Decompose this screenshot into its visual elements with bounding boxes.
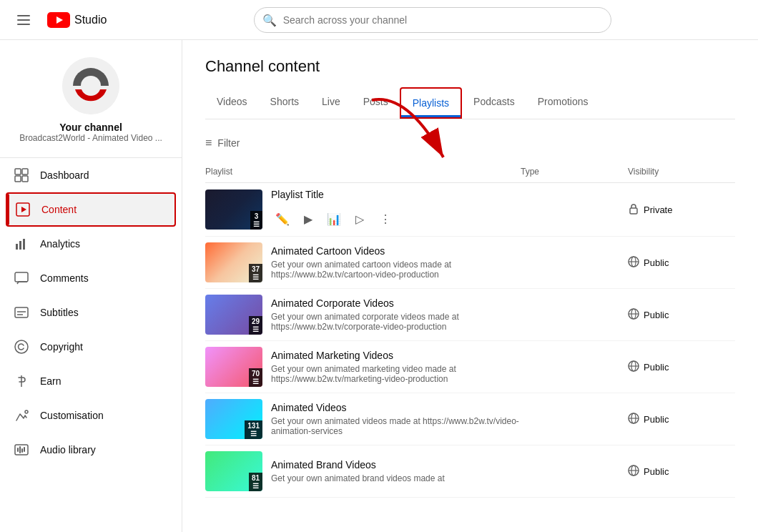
- sidebar-item-dashboard[interactable]: Dashboard: [0, 158, 182, 192]
- playlist-info: Animated Cartoon Videos Get your own ani…: [271, 245, 521, 280]
- svg-rect-6: [15, 176, 21, 182]
- copyright-icon: [14, 340, 29, 354]
- svg-rect-5: [22, 169, 28, 174]
- svg-rect-7: [22, 176, 28, 182]
- playlist-thumb: 29 ☰ Animated Corporate Videos Get your …: [205, 295, 521, 335]
- playlist-list: 3 ☰ Playlist Title ✏️ ▶ 📊 ▷ ⋮ Private: [205, 183, 735, 498]
- sidebar-item-customisation[interactable]: Customisation: [0, 398, 182, 433]
- playlist-title: Animated Videos: [271, 402, 521, 413]
- svg-rect-10: [16, 244, 18, 250]
- svg-point-17: [15, 340, 28, 353]
- sidebar-label-customisation: Customisation: [40, 410, 104, 421]
- visibility-cell: Private: [628, 203, 735, 217]
- filter-label[interactable]: Filter: [217, 137, 240, 149]
- sidebar-item-subtitles[interactable]: Subtitles: [0, 295, 182, 330]
- visibility-cell: Public: [628, 308, 735, 322]
- svg-point-19: [25, 410, 28, 413]
- sidebar-item-audio-library[interactable]: Audio library: [0, 433, 182, 467]
- thumbnail[interactable]: 29 ☰: [205, 295, 262, 335]
- sidebar: Your channel Broadcast2World - Animated …: [0, 40, 182, 532]
- search-input[interactable]: [254, 7, 611, 33]
- thumbnail[interactable]: 131 ☰: [205, 399, 262, 439]
- sidebar-label-comments: Comments: [40, 272, 89, 284]
- dashboard-icon: [14, 168, 29, 182]
- playlist-info: Playlist Title ✏️ ▶ 📊 ▷ ⋮: [271, 189, 397, 230]
- sidebar-item-content[interactable]: Content: [6, 192, 176, 227]
- visibility-label: Public: [644, 466, 669, 477]
- app-container: Studio 🔍: [0, 0, 758, 532]
- logo-text: Studio: [74, 14, 107, 26]
- filter-icon: ≡: [205, 137, 212, 149]
- playlist-desc: Get your own animated cartoon videos mad…: [271, 260, 521, 280]
- youtube-icon: [47, 12, 70, 28]
- table-row: 37 ☰ Animated Cartoon Videos Get your ow…: [205, 237, 735, 289]
- svg-rect-25: [630, 208, 637, 214]
- earn-icon: [14, 374, 29, 388]
- avatar[interactable]: [62, 57, 119, 114]
- sidebar-label-audio-library: Audio library: [40, 444, 96, 455]
- sidebar-item-copyright[interactable]: Copyright: [0, 330, 182, 364]
- visibility-cell: Public: [628, 360, 735, 374]
- playlist-thumb: 3 ☰ Playlist Title ✏️ ▶ 📊 ▷ ⋮: [205, 189, 521, 230]
- search-icon: 🔍: [262, 13, 277, 26]
- content-area: Channel content VideosShortsLivePostsPla…: [182, 40, 758, 532]
- sidebar-item-comments[interactable]: Comments: [0, 261, 182, 295]
- sidebar-label-copyright: Copyright: [40, 341, 83, 353]
- tab-live[interactable]: Live: [310, 87, 352, 119]
- playlist-thumb: 70 ☰ Animated Marketing Videos Get your …: [205, 347, 521, 387]
- playlist-desc: Get your own animated corporate videos m…: [271, 312, 521, 332]
- tab-shorts[interactable]: Shorts: [259, 87, 310, 119]
- logo[interactable]: Studio: [47, 12, 107, 28]
- tab-podcasts[interactable]: Podcasts: [462, 87, 526, 119]
- channel-profile: Your channel Broadcast2World - Animated …: [0, 46, 182, 158]
- thumbnail[interactable]: 70 ☰: [205, 347, 262, 387]
- edit-icon[interactable]: ✏️: [271, 207, 294, 230]
- comments-icon: [14, 271, 29, 285]
- channel-name: Your channel: [59, 122, 122, 133]
- playlist-title: Animated Brand Videos: [271, 459, 445, 471]
- main-area: Your channel Broadcast2World - Animated …: [0, 40, 758, 532]
- table-row: 70 ☰ Animated Marketing Videos Get your …: [205, 341, 735, 393]
- visibility-cell: Public: [628, 465, 735, 478]
- sidebar-label-dashboard: Dashboard: [40, 169, 89, 181]
- content-icon: [16, 202, 30, 217]
- play-icon[interactable]: ▶: [297, 207, 320, 230]
- table-row: 131 ☰ Animated Videos Get your own anima…: [205, 393, 735, 445]
- sidebar-nav: DashboardContentAnalyticsCommentsSubtitl…: [0, 158, 182, 467]
- visibility-label: Public: [644, 362, 669, 373]
- audio-library-icon: [14, 443, 29, 457]
- hamburger-menu[interactable]: [11, 9, 36, 31]
- thumbnail[interactable]: 37 ☰: [205, 242, 262, 282]
- tab-posts[interactable]: Posts: [352, 87, 400, 119]
- tabs: VideosShortsLivePostsPlaylistsPodcastsPr…: [205, 87, 735, 119]
- playlist-title: Animated Corporate Videos: [271, 297, 521, 309]
- playlist-title: Animated Cartoon Videos: [271, 245, 521, 257]
- table-header: Playlist Type Visibility: [205, 161, 735, 183]
- visibility-cell: Public: [628, 413, 735, 426]
- sidebar-item-analytics[interactable]: Analytics: [0, 227, 182, 261]
- svg-rect-13: [15, 272, 28, 282]
- col-playlist: Playlist: [205, 167, 521, 177]
- avatar-svg: [62, 57, 119, 114]
- thumbnail[interactable]: 81 ☰: [205, 451, 262, 491]
- channel-subtitle: Broadcast2World - Animated Video ...: [19, 133, 162, 143]
- topbar: Studio 🔍: [0, 0, 758, 40]
- tab-videos[interactable]: Videos: [205, 87, 259, 119]
- svg-rect-12: [23, 239, 25, 250]
- tab-playlists[interactable]: Playlists: [400, 87, 462, 119]
- playlist-desc: Get your own animated videos made at htt…: [271, 416, 521, 436]
- more-icon[interactable]: ⋮: [374, 207, 397, 230]
- tab-promotions[interactable]: Promotions: [526, 87, 600, 119]
- sidebar-label-content: Content: [41, 204, 77, 215]
- playlist-info: Animated Marketing Videos Get your own a…: [271, 350, 521, 384]
- watch-icon[interactable]: ▷: [348, 207, 371, 230]
- thumbnail[interactable]: 3 ☰: [205, 189, 262, 230]
- playlist-thumb: 37 ☰ Animated Cartoon Videos Get your ow…: [205, 242, 521, 282]
- playlist-info: Animated Corporate Videos Get your own a…: [271, 297, 521, 332]
- analytics-icon[interactable]: 📊: [323, 207, 345, 230]
- search-bar: 🔍: [254, 7, 611, 33]
- visibility-cell: Public: [628, 256, 735, 270]
- col-type: Type: [521, 167, 628, 177]
- playlist-desc: Get your own animated brand videos made …: [271, 473, 445, 483]
- sidebar-item-earn[interactable]: Earn: [0, 364, 182, 398]
